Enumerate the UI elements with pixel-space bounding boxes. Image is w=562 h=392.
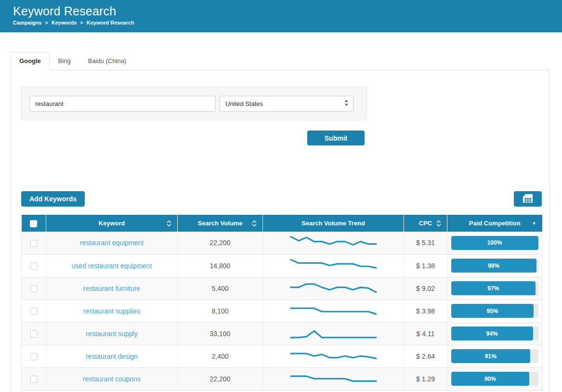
paid-competition-cell: 91%	[447, 345, 542, 367]
select-all-checkbox[interactable]	[30, 220, 37, 227]
breadcrumb-separator: >	[80, 20, 83, 26]
paid-competition-bar-track: 95%	[451, 304, 538, 318]
paid-competition-bar-fill: 95%	[451, 304, 534, 318]
paid-competition-bar-track: 90%	[451, 372, 538, 386]
row-checkbox[interactable]	[30, 376, 38, 383]
keyword-cell: restaurant supplies	[46, 300, 178, 322]
column-header-label: Keyword	[99, 220, 125, 227]
breadcrumb: Campaigns>Keywords>Keyword Research	[13, 20, 562, 26]
cpc-cell: $ 1.29	[404, 367, 447, 390]
submit-button[interactable]: Submit	[307, 131, 365, 145]
column-header-cpc[interactable]: CPC	[404, 215, 447, 232]
cpc-cell: $ 4.11	[404, 322, 447, 345]
add-keywords-button[interactable]: Add Keywords	[21, 191, 85, 207]
row-checkbox[interactable]	[30, 330, 38, 338]
breadcrumb-separator: >	[45, 20, 48, 26]
keyword-link[interactable]: restaurant supplies	[83, 307, 140, 315]
keyword-input[interactable]	[29, 96, 216, 112]
column-header-keyword[interactable]: Keyword	[46, 215, 178, 232]
paid-competition-bar-fill: 91%	[451, 349, 531, 363]
paid-competition-bar-track: 97%	[451, 281, 538, 295]
row-select-cell	[22, 277, 46, 300]
keyword-cell: restaurant design	[46, 345, 178, 367]
tab-bing[interactable]: Bing	[50, 52, 79, 70]
column-header-search-volume[interactable]: Search Volume	[178, 215, 263, 232]
tab-baidu-china[interactable]: Baidu (China)	[79, 52, 135, 70]
paid-competition-cell: 98%	[447, 254, 542, 277]
select-stepper-icon	[344, 99, 349, 108]
search-volume-trend-sparkline	[289, 279, 378, 298]
paid-competition-label: 91%	[485, 353, 497, 360]
row-select-cell	[22, 300, 46, 322]
trend-cell	[263, 300, 404, 322]
column-header-paid-competition[interactable]: Paid Competition▼	[447, 215, 542, 232]
search-volume-cell: 22,200	[178, 367, 263, 390]
paid-competition-bar-track: 94%	[451, 327, 538, 340]
search-volume-cell: 5,400	[178, 277, 263, 300]
trend-cell	[263, 254, 404, 277]
row-checkbox[interactable]	[30, 262, 38, 270]
column-header-label: CPC	[419, 220, 432, 227]
paid-competition-bar-fill: 90%	[451, 372, 530, 386]
sort-icon	[252, 220, 257, 227]
paid-competition-bar-fill: 98%	[451, 259, 536, 273]
content-panel: United States Submit Add Keywords	[11, 70, 549, 392]
trend-cell	[263, 232, 404, 254]
column-header-label: Search Volume	[198, 220, 243, 227]
column-header-label: Paid Competition	[469, 220, 521, 227]
breadcrumb-item-campaigns[interactable]: Campaigns	[13, 20, 41, 26]
keyword-link[interactable]: restaurant furniture	[83, 285, 140, 292]
paid-competition-cell: 90%	[447, 367, 542, 390]
table-toolbar: Add Keywords	[21, 191, 542, 207]
tab-google[interactable]: Google	[11, 52, 50, 70]
tabs-wrap: GoogleBingBaidu (China) United States Su…	[0, 32, 562, 392]
row-checkbox[interactable]	[30, 240, 38, 247]
trend-cell	[263, 367, 404, 390]
cpc-cell: $ 9.02	[404, 277, 447, 300]
breadcrumb-item-keyword-research: Keyword Research	[87, 20, 134, 26]
trend-cell	[263, 277, 404, 300]
keyword-link[interactable]: restaurant design	[86, 353, 138, 360]
tab-bar: GoogleBingBaidu (China)	[11, 52, 549, 70]
row-select-cell	[22, 254, 46, 277]
paid-competition-label: 98%	[488, 262, 499, 269]
column-header-label: Search Volume Trend	[301, 220, 365, 227]
keyword-link[interactable]: restaurant equipment	[80, 239, 144, 247]
keyword-cell: restaurant equipment	[46, 232, 178, 254]
sort-icon	[436, 220, 441, 227]
table-header-row: KeywordSearch VolumeSearch Volume TrendC…	[22, 215, 542, 232]
search-volume-cell: 22,200	[178, 232, 263, 254]
select-all-header-cell	[22, 215, 46, 232]
search-volume-trend-sparkline	[289, 233, 378, 252]
search-volume-cell: 33,100	[178, 322, 263, 345]
paid-competition-bar-track: 91%	[451, 349, 538, 363]
paid-competition-bar-fill: 100%	[451, 236, 538, 250]
keyword-link[interactable]: restaurant supply	[86, 330, 137, 338]
paid-competition-bar-track: 100%	[451, 236, 538, 250]
table-row: restaurant furniture5,400$ 9.0297%	[22, 277, 542, 300]
sort-icon	[167, 220, 171, 227]
row-checkbox[interactable]	[30, 285, 38, 292]
paid-competition-label: 100%	[487, 239, 502, 246]
search-volume-trend-sparkline	[289, 347, 378, 366]
row-checkbox[interactable]	[30, 308, 38, 315]
row-checkbox[interactable]	[30, 353, 38, 360]
search-volume-trend-sparkline	[289, 256, 378, 275]
export-table-button[interactable]	[514, 191, 542, 207]
paid-competition-bar-fill: 94%	[451, 327, 533, 340]
keyword-link[interactable]: used restaurant equipment	[72, 262, 152, 270]
keyword-cell: restaurant coupons	[46, 367, 178, 390]
paid-competition-cell: 100%	[447, 232, 542, 254]
page-header: Keyword Research Campaigns>Keywords>Keyw…	[0, 0, 562, 32]
paid-competition-label: 97%	[487, 285, 499, 292]
breadcrumb-item-keywords[interactable]: Keywords	[52, 20, 77, 26]
search-form: United States	[21, 87, 367, 120]
paid-competition-cell: 97%	[447, 277, 542, 300]
keyword-link[interactable]: restaurant coupons	[83, 375, 141, 383]
table-export-icon	[522, 194, 534, 205]
paid-competition-label: 90%	[484, 376, 496, 382]
country-select[interactable]: United States	[220, 96, 353, 112]
table-row: restaurant coupons22,200$ 1.2990%	[22, 367, 542, 390]
sort-desc-icon: ▼	[532, 221, 536, 226]
row-select-cell	[22, 232, 46, 254]
